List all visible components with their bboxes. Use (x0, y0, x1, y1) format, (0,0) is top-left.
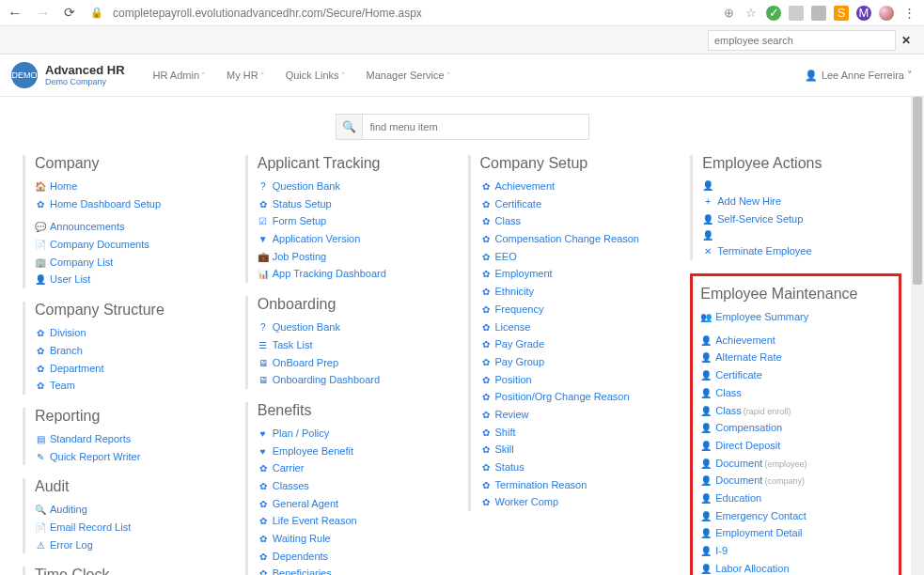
gear-icon: ✿ (480, 459, 492, 475)
scrollbar-thumb[interactable] (913, 97, 922, 285)
link-department[interactable]: ✿Department (35, 360, 234, 378)
link-license[interactable]: ✿License (480, 319, 680, 336)
link-skill[interactable]: ✿Skill (480, 441, 680, 458)
link-onboarding-dashboard[interactable]: 🖥Onboarding Dashboard (258, 371, 457, 389)
link-shift[interactable]: ✿Shift (480, 424, 680, 442)
ext-icon-1[interactable]: ✓ (766, 6, 781, 21)
nav-my-hr[interactable]: My HR˅ (227, 70, 265, 81)
link-company-list[interactable]: 🏢Company List (35, 254, 234, 272)
link-announcements[interactable]: 💬Announcements (35, 218, 234, 236)
ext-icon-2[interactable] (789, 6, 804, 21)
link-general-agent[interactable]: ✿General Agent (258, 495, 457, 513)
link-review[interactable]: ✿Review (480, 406, 680, 424)
scrollbar-track[interactable] (911, 97, 924, 575)
link-emp-certificate[interactable]: 👤Certificate (700, 366, 891, 384)
link-emp-document-company[interactable]: 👤Document(company) (700, 472, 891, 490)
link-class[interactable]: ✿Class (480, 212, 680, 230)
link-emp-class[interactable]: 👤Class (700, 384, 891, 402)
link-frequency[interactable]: ✿Frequency (480, 301, 680, 319)
link-ethnicity[interactable]: ✿Ethnicity (480, 283, 680, 301)
menu-finder-input[interactable] (363, 115, 588, 139)
brand-company[interactable]: Demo Company (45, 77, 125, 87)
link-employee-benefit[interactable]: ♥Employee Benefit (258, 443, 457, 460)
link-emp-i9[interactable]: 👤I-9 (700, 542, 891, 560)
gear-icon: ✿ (480, 372, 492, 388)
link-task-list[interactable]: ☰Task List (258, 336, 457, 354)
ext-icon-3[interactable] (811, 6, 826, 21)
user-menu[interactable]: 👤Lee Anne Ferreira ˅ (805, 70, 913, 82)
link-termination-reason[interactable]: ✿Termination Reason (480, 476, 680, 494)
link-employee-summary[interactable]: 👥Employee Summary (700, 308, 891, 326)
link-onboard-question-bank[interactable]: ?Question Bank (258, 319, 457, 336)
link-team[interactable]: ✿Team (35, 377, 234, 395)
back-icon[interactable]: ← (8, 5, 23, 22)
link-waiting-rule[interactable]: ✿Waiting Rule (258, 530, 457, 548)
link-self-service-setup[interactable]: 👤Self-Service Setup (702, 210, 901, 228)
link-emp-direct-deposit[interactable]: 👤Direct Deposit (700, 437, 891, 455)
link-position[interactable]: ✿Position (480, 371, 680, 389)
link-auditing[interactable]: 🔍Auditing (35, 501, 234, 519)
profile-avatar[interactable] (879, 6, 894, 21)
link-error-log[interactable]: ⚠Error Log (35, 536, 234, 554)
link-life-event-reason[interactable]: ✿Life Event Reason (258, 512, 457, 530)
forward-icon[interactable]: → (36, 5, 51, 22)
link-question-bank[interactable]: ?Question Bank (258, 178, 457, 195)
link-certificate[interactable]: ✿Certificate (480, 195, 680, 213)
link-home-dashboard-setup[interactable]: ✿Home Dashboard Setup (35, 195, 234, 213)
link-emp-document-employee[interactable]: 👤Document(employee) (700, 455, 891, 473)
link-add-new-hire[interactable]: 👤+Add New Hire (702, 178, 901, 210)
employee-search-input[interactable] (708, 30, 896, 51)
nav-manager-service[interactable]: Manager Service˅ (367, 70, 451, 81)
menu-dots-icon[interactable]: ⋮ (901, 6, 916, 21)
link-pay-grade[interactable]: ✿Pay Grade (480, 335, 680, 353)
link-status-setup[interactable]: ✿Status Setup (258, 195, 457, 213)
link-carrier[interactable]: ✿Carrier (258, 459, 457, 477)
link-emp-alternate-rate[interactable]: 👤Alternate Rate (700, 349, 891, 366)
ext-icon-5[interactable]: M (856, 6, 871, 21)
reload-icon[interactable]: ⟳ (64, 5, 75, 22)
benefits-title: Benefits (258, 402, 457, 419)
link-terminate-employee[interactable]: 👤✕Terminate Employee (702, 227, 901, 260)
link-classes[interactable]: ✿Classes (258, 477, 457, 495)
link-home[interactable]: 🏠Home (35, 178, 234, 195)
link-branch[interactable]: ✿Branch (35, 342, 234, 360)
ext-icon-4[interactable]: S (834, 6, 849, 21)
link-standard-reports[interactable]: ▤Standard Reports (35, 430, 234, 448)
search-icon[interactable]: 🔍 (337, 115, 363, 139)
url-text[interactable]: completepayroll.evolutionadvancedhr.com/… (113, 7, 712, 20)
nav-hr-admin[interactable]: HR Admin˄ (153, 70, 207, 81)
link-company-documents[interactable]: 📄Company Documents (35, 236, 234, 254)
link-plan-policy[interactable]: ♥Plan / Policy (258, 425, 457, 443)
link-employment[interactable]: ✿Employment (480, 265, 680, 283)
link-emp-achievement[interactable]: 👤Achievement (700, 332, 891, 350)
link-division[interactable]: ✿Division (35, 324, 234, 342)
link-emp-education[interactable]: 👤Education (700, 490, 891, 507)
link-emp-emergency[interactable]: 👤Emergency Contact (700, 507, 891, 525)
zoom-icon[interactable]: ⊕ (721, 6, 736, 21)
link-onboard-prep[interactable]: 🖥OnBoard Prep (258, 354, 457, 372)
link-dependents[interactable]: ✿Dependents (258, 548, 457, 566)
link-beneficiaries[interactable]: ✿Beneficiaries (258, 565, 457, 575)
link-emp-compensation[interactable]: 👤Compensation (700, 419, 891, 437)
link-emp-class-rapid[interactable]: 👤Class(rapid enroll) (700, 402, 891, 420)
link-position-org-change[interactable]: ✿Position/Org Change Reason (480, 388, 680, 406)
link-pay-group[interactable]: ✿Pay Group (480, 353, 680, 371)
nav-quick-links[interactable]: Quick Links˅ (286, 70, 346, 81)
link-quick-report-writer[interactable]: ✎Quick Report Writer (35, 448, 234, 466)
link-form-setup[interactable]: ☑Form Setup (258, 212, 457, 230)
close-icon[interactable]: ✕ (901, 34, 911, 47)
link-status[interactable]: ✿Status (480, 458, 680, 476)
link-emp-employment-detail[interactable]: 👤Employment Detail (700, 524, 891, 542)
star-icon[interactable]: ☆ (744, 6, 759, 21)
link-achievement[interactable]: ✿Achievement (480, 178, 680, 195)
column-applicant: Applicant Tracking ?Question Bank ✿Statu… (240, 151, 462, 575)
link-eeo[interactable]: ✿EEO (480, 248, 680, 266)
link-email-record-list[interactable]: 📄Email Record List (35, 519, 234, 536)
link-user-list[interactable]: 👤User List (35, 271, 234, 288)
link-worker-comp[interactable]: ✿Worker Comp (480, 493, 680, 511)
link-application-version[interactable]: ▼Application Version (258, 230, 457, 248)
link-job-posting[interactable]: 💼Job Posting (258, 248, 457, 266)
link-emp-labor-allocation[interactable]: 👤Labor Allocation (700, 560, 891, 575)
link-comp-change-reason[interactable]: ✿Compensation Change Reason (480, 230, 680, 248)
link-app-tracking-dashboard[interactable]: 📊App Tracking Dashboard (258, 265, 457, 283)
